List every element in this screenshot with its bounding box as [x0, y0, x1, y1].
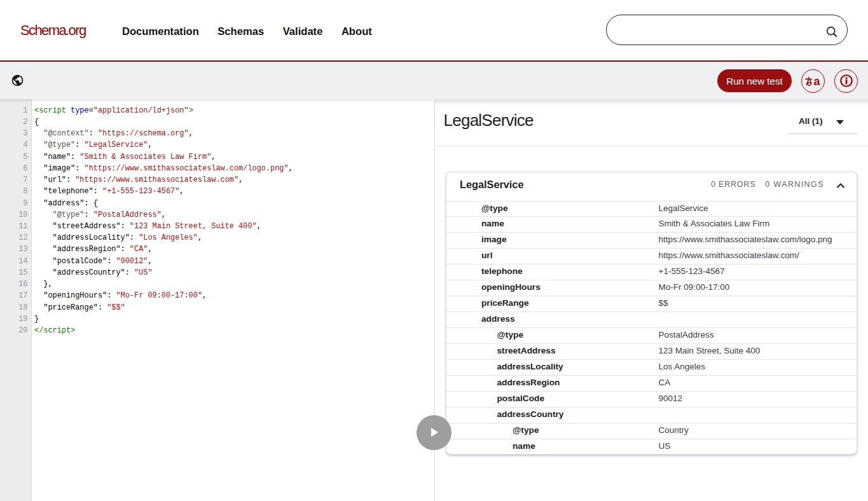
- svg-text:a: a: [814, 76, 821, 86]
